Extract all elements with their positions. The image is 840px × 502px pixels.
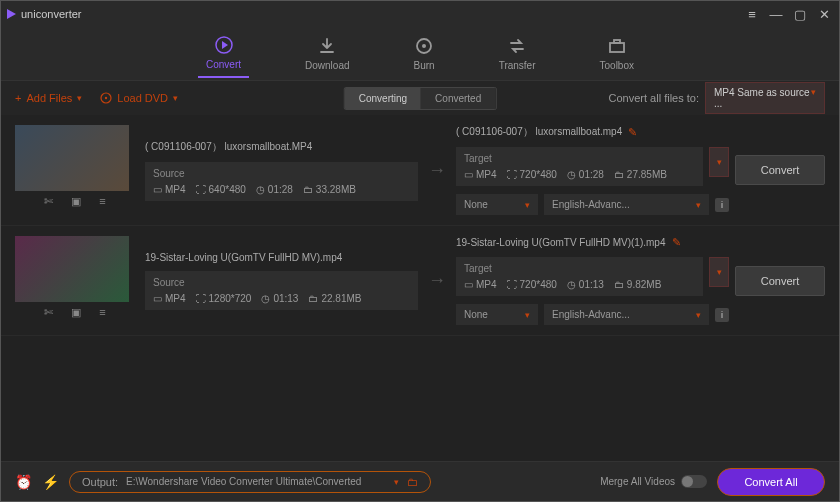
titlebar: uniconverter ≡ — ▢ ✕ (1, 1, 839, 27)
resolution-icon: ⛶ 1280*720 (196, 293, 252, 304)
crop-icon[interactable]: ▣ (71, 306, 81, 319)
format-icon: ▭ MP4 (153, 293, 186, 304)
nav-convert[interactable]: Convert (198, 29, 249, 78)
merge-toggle[interactable] (681, 475, 707, 488)
nav-burn[interactable]: Burn (406, 30, 443, 77)
chevron-down-icon: ▾ (811, 87, 816, 109)
format-icon: ▭ MP4 (153, 184, 186, 195)
effects-icon[interactable]: ≡ (99, 195, 105, 208)
chevron-down-icon: ▾ (696, 200, 701, 210)
size-icon: 🗀 9.82MB (614, 279, 661, 290)
convert-button[interactable]: Convert (735, 266, 825, 296)
output-label: Output: (82, 476, 118, 488)
nav-toolbox-label: Toolbox (600, 60, 634, 71)
subtitle-dropdown[interactable]: None▾ (456, 304, 538, 325)
target-head: Target (464, 153, 492, 164)
minimize-icon[interactable]: — (767, 5, 785, 23)
info-icon[interactable]: i (715, 198, 729, 212)
toolbar: + Add Files ▾ Load DVD ▾ Converting Conv… (1, 81, 839, 115)
status-segment: Converting Converted (344, 87, 497, 110)
source-panel: Source ▭ MP4 ⛶ 640*480 ◷ 01:28 🗀 33.28MB (145, 162, 418, 201)
chevron-down-icon: ▾ (717, 267, 722, 277)
toolbox-icon (607, 36, 627, 56)
folder-icon[interactable]: 🗀 (407, 476, 418, 488)
chevron-down-icon: ▾ (717, 157, 722, 167)
chevron-down-icon: ▾ (696, 310, 701, 320)
target-format-dropdown[interactable]: ▾ (709, 257, 729, 287)
duration-icon: ◷ 01:28 (256, 184, 293, 195)
target-head: Target (464, 263, 492, 274)
file-row: ✄ ▣ ≡ ( C091106-007） luxorsmallboat.MP4 … (1, 115, 839, 226)
burn-icon (414, 36, 434, 56)
source-filename: 19-Sistar-Loving U(GomTV FullHD MV).mp4 (145, 252, 418, 263)
menu-icon[interactable]: ≡ (743, 5, 761, 23)
svg-point-7 (105, 97, 107, 99)
output-format-dropdown[interactable]: MP4 Same as source ... ▾ (705, 82, 825, 114)
source-filename: ( C091106-007） luxorsmallboat.MP4 (145, 140, 418, 154)
duration-icon: ◷ 01:13 (567, 279, 604, 290)
statusbar: ⏰ ⚡ Output: ▾ 🗀 Merge All Videos Convert… (1, 461, 839, 501)
size-icon: 🗀 33.28MB (303, 184, 356, 195)
file-list: ✄ ▣ ≡ ( C091106-007） luxorsmallboat.MP4 … (1, 115, 839, 461)
nav-transfer[interactable]: Transfer (491, 30, 544, 77)
convert-all-to-label: Convert all files to: (609, 92, 699, 104)
convert-icon (214, 35, 234, 55)
effects-icon[interactable]: ≡ (99, 306, 105, 319)
target-panel: Target ▭ MP4 ⛶ 720*480 ◷ 01:13 🗀 9.82MB (456, 257, 703, 296)
resolution-icon: ⛶ 640*480 (196, 184, 246, 195)
duration-icon: ◷ 01:13 (261, 293, 298, 304)
close-icon[interactable]: ✕ (815, 5, 833, 23)
chevron-down-icon: ▾ (525, 310, 530, 320)
size-icon: 🗀 22.81MB (308, 293, 361, 304)
app-logo: uniconverter (7, 8, 82, 20)
load-dvd-button[interactable]: Load DVD ▾ (100, 92, 178, 104)
chevron-down-icon: ▾ (173, 93, 178, 103)
nav-burn-label: Burn (414, 60, 435, 71)
svg-rect-4 (610, 43, 624, 52)
info-icon[interactable]: i (715, 308, 729, 322)
app-name: uniconverter (21, 8, 82, 20)
nav-download[interactable]: Download (297, 30, 357, 77)
target-format-dropdown[interactable]: ▾ (709, 147, 729, 177)
audio-dropdown[interactable]: English-Advanc...▾ (544, 194, 709, 215)
add-files-button[interactable]: + Add Files ▾ (15, 92, 82, 104)
main-nav: Convert Download Burn Transfer Toolbox (1, 27, 839, 81)
size-icon: 🗀 27.85MB (614, 169, 667, 180)
plus-icon: + (15, 92, 21, 104)
subtitle-dropdown[interactable]: None▾ (456, 194, 538, 215)
target-filename: ( C091106-007） luxorsmallboat.mp4 (456, 125, 622, 139)
audio-dropdown[interactable]: English-Advanc...▾ (544, 304, 709, 325)
crop-icon[interactable]: ▣ (71, 195, 81, 208)
gpu-icon[interactable]: ⚡ (42, 474, 59, 490)
tab-converting[interactable]: Converting (345, 88, 421, 109)
nav-transfer-label: Transfer (499, 60, 536, 71)
video-thumbnail[interactable] (15, 125, 129, 191)
nav-download-label: Download (305, 60, 349, 71)
arrow-right-icon: → (424, 160, 450, 181)
svg-point-3 (422, 44, 426, 48)
svg-rect-5 (614, 40, 620, 43)
convert-button[interactable]: Convert (735, 155, 825, 185)
convert-all-button[interactable]: Convert All (717, 468, 825, 496)
maximize-icon[interactable]: ▢ (791, 5, 809, 23)
svg-marker-1 (222, 41, 228, 49)
tab-converted[interactable]: Converted (421, 88, 495, 109)
edit-icon[interactable]: ✎ (628, 126, 637, 139)
target-filename: 19-Sistar-Loving U(GomTV FullHD MV)(1).m… (456, 237, 666, 248)
clock-icon[interactable]: ⏰ (15, 474, 32, 490)
disc-icon (100, 92, 112, 104)
output-path-box: Output: ▾ 🗀 (69, 471, 431, 493)
video-thumbnail[interactable] (15, 236, 129, 302)
chevron-down-icon[interactable]: ▾ (394, 477, 399, 487)
output-format-value: MP4 Same as source ... (714, 87, 811, 109)
chevron-down-icon: ▾ (525, 200, 530, 210)
source-head: Source (153, 168, 185, 179)
chevron-down-icon: ▾ (77, 93, 82, 103)
edit-icon[interactable]: ✎ (672, 236, 681, 249)
nav-toolbox[interactable]: Toolbox (592, 30, 642, 77)
merge-label: Merge All Videos (600, 476, 675, 487)
trim-icon[interactable]: ✄ (44, 195, 53, 208)
trim-icon[interactable]: ✄ (44, 306, 53, 319)
output-path-input[interactable] (126, 476, 386, 487)
resolution-icon: ⛶ 720*480 (507, 169, 557, 180)
